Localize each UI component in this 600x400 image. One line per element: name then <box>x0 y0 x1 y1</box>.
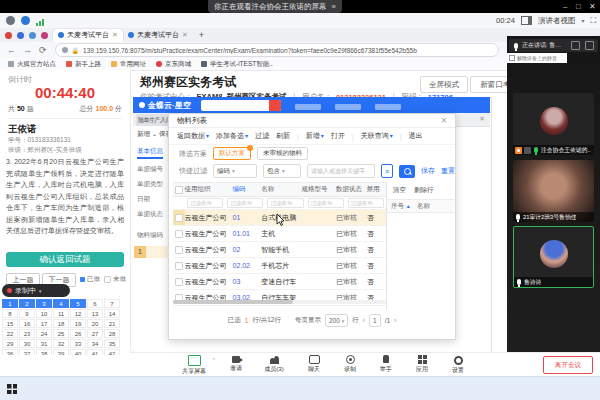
shield-icon[interactable] <box>62 47 68 53</box>
table-cell[interactable]: 否 <box>367 277 386 287</box>
column-filter-input[interactable]: 过滤条件 <box>187 198 223 208</box>
palette-cell[interactable]: 26 <box>70 329 86 338</box>
palette-cell[interactable]: 22 <box>2 329 18 338</box>
table-cell[interactable]: 否 <box>367 213 386 223</box>
start-button[interactable] <box>7 384 17 394</box>
row-checkbox[interactable] <box>175 278 183 286</box>
tab-basic-info[interactable]: 基本信息 <box>137 147 163 159</box>
palette-cell[interactable]: 25 <box>53 329 69 338</box>
table-cell[interactable]: 已审核 <box>336 229 367 239</box>
close-icon[interactable]: ✕ <box>589 0 596 13</box>
palette-cell[interactable]: 4 <box>53 299 69 308</box>
table-cell[interactable]: 变速自行车 <box>261 277 301 287</box>
table-cell[interactable]: 否 <box>367 261 386 271</box>
palette-cell[interactable]: 12 <box>70 309 86 318</box>
palette-cell[interactable]: 14 <box>104 309 120 318</box>
bookmark-item[interactable]: 常用网址 <box>111 60 146 69</box>
palette-cell[interactable]: 17 <box>36 319 52 328</box>
table-cell[interactable]: 02.02 <box>232 262 261 269</box>
search-button[interactable] <box>399 165 415 178</box>
browser-tab-active[interactable]: 天麦考试平台 ✕ <box>53 29 123 42</box>
palette-cell[interactable]: 24 <box>36 329 52 338</box>
checkbox-icon[interactable] <box>509 55 515 61</box>
erp-search-input[interactable] <box>201 100 281 111</box>
raise-hand-button[interactable]: 举手 <box>366 355 406 374</box>
bookmark-item[interactable]: 火狐官方站点 <box>8 60 56 69</box>
palette-cell[interactable]: 15 <box>2 319 18 328</box>
row-checkbox[interactable] <box>175 262 183 270</box>
related-query-button[interactable]: 关联查询▾ <box>361 131 393 141</box>
browser-tab-inactive[interactable]: 天麦考试平台 ✕ <box>123 29 193 42</box>
bookmark-item[interactable]: 学生考试-iTEST智能.. <box>201 60 273 69</box>
palette-cell[interactable]: 21 <box>104 319 120 328</box>
palette-cell[interactable]: 35 <box>104 339 120 348</box>
bookmark-item[interactable]: 新手上路 <box>66 60 101 69</box>
fullscreen-icon[interactable]: ⛶ <box>590 16 596 26</box>
palette-cell[interactable]: 8 <box>2 309 18 318</box>
default-scheme-chip[interactable]: 默认方案 <box>213 147 251 160</box>
row-checkbox[interactable] <box>175 214 183 222</box>
select-all-checkbox[interactable] <box>175 186 183 194</box>
palette-cell[interactable]: 11 <box>53 309 69 318</box>
video-tile-sharer[interactable]: 注会协会王依诺的.. <box>513 93 594 155</box>
insecure-lock-icon[interactable]: 🔒 <box>72 47 80 54</box>
palette-cell[interactable]: 28 <box>104 329 120 338</box>
table-cell[interactable]: 云视生产公司 <box>185 245 233 255</box>
tab-close-icon[interactable]: ✕ <box>112 31 118 39</box>
palette-cell[interactable]: 39 <box>53 349 69 355</box>
field-select[interactable]: 编码▾ <box>213 164 257 178</box>
meeting-info-icon[interactable] <box>6 16 15 25</box>
palette-cell[interactable]: 33 <box>70 339 86 348</box>
table-cell[interactable]: 否 <box>367 229 386 239</box>
palette-cell[interactable]: 37 <box>19 349 35 355</box>
table-cell[interactable]: 云视生产公司 <box>185 213 233 223</box>
palette-cell[interactable]: 13 <box>87 309 103 318</box>
banner-menu-icon[interactable]: ≡ <box>332 2 336 11</box>
palette-cell[interactable]: 9 <box>19 309 35 318</box>
minimize-icon[interactable]: – <box>563 0 567 13</box>
palette-cell[interactable]: 27 <box>87 329 103 338</box>
table-cell[interactable]: 已审核 <box>336 277 367 287</box>
video-tile-speaking[interactable]: 鲁诗诗 <box>513 226 594 288</box>
row-checkbox[interactable] <box>175 246 183 254</box>
erp-form-toolbar[interactable]: 新增 ⌄ 保存 <box>137 130 168 139</box>
reload-icon[interactable]: ⟳ <box>39 45 47 55</box>
palette-cell[interactable]: 23 <box>19 329 35 338</box>
palette-cell[interactable]: 20 <box>87 319 103 328</box>
current-page-input[interactable]: 1 <box>369 314 381 327</box>
pinned-tab-icon[interactable] <box>29 32 36 39</box>
filter-button[interactable]: 过滤 <box>255 131 269 141</box>
video-tile[interactable]: 21审计2班3号鲁怡佳 <box>513 160 594 222</box>
table-cell[interactable]: 已审核 <box>336 213 367 223</box>
chevron-down-icon[interactable]: ▾ <box>39 288 42 294</box>
erp-tab-close-icon[interactable]: ✕ <box>479 115 485 123</box>
members-button[interactable]: 成员(3) <box>254 355 294 374</box>
device-note[interactable]: 解除设备上的静音 <box>507 53 567 63</box>
table-cell[interactable]: 已审核 <box>336 245 367 255</box>
pinned-tab-icon[interactable] <box>5 32 12 39</box>
settings-button[interactable]: 设置 <box>438 355 478 375</box>
share-screen-button[interactable]: 共享屏幕 ⌃ <box>174 355 214 376</box>
table-cell[interactable]: 智能手机 <box>261 245 301 255</box>
table-row[interactable]: 云视生产公司01.01主机已审核否 <box>173 226 386 242</box>
column-filter-input[interactable]: 过滤条件 <box>348 198 384 208</box>
table-row[interactable]: 云视生产公司02智能手机已审核否 <box>173 242 386 258</box>
table-cell[interactable]: 01.01 <box>232 230 261 237</box>
add-candidate-button[interactable]: 添加备选▾ <box>216 131 248 141</box>
table-cell[interactable]: 已审核 <box>336 261 367 271</box>
chat-button[interactable]: 聊天 <box>294 355 334 374</box>
index-column-header[interactable]: 序号 ▲ <box>387 202 417 211</box>
keyword-input[interactable]: 请输入或选择关键字 <box>307 164 375 178</box>
palette-cell[interactable]: 6 <box>87 299 103 308</box>
column-filter-input[interactable]: 过滤条件 <box>267 198 303 208</box>
view-mode-label[interactable]: 演讲者视图 <box>538 16 576 26</box>
new-button[interactable]: 新增▾ <box>306 131 324 141</box>
open-button[interactable]: 打开 <box>331 131 345 141</box>
table-cell[interactable]: 云视生产公司 <box>185 277 233 287</box>
reset-link[interactable]: 重置 <box>441 166 455 176</box>
apps-button[interactable]: 应用 <box>402 355 442 374</box>
restore-icon[interactable]: □ <box>576 0 581 13</box>
refresh-button[interactable]: 刷新 <box>276 131 290 141</box>
palette-cell[interactable]: 29 <box>2 339 18 348</box>
grid-row-index[interactable]: 1 <box>134 246 146 258</box>
